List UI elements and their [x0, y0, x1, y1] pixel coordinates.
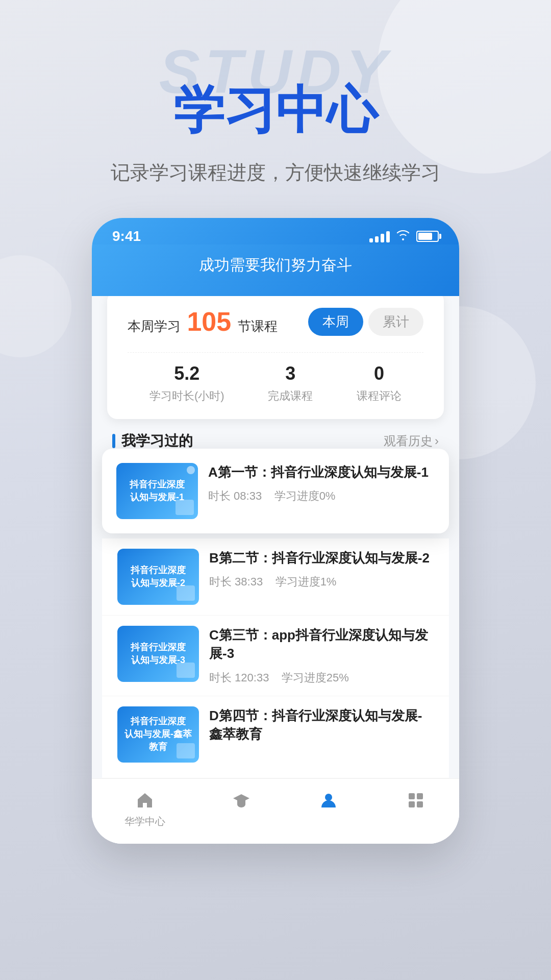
status-icons	[369, 229, 439, 243]
stat-completed-value: 3	[268, 363, 313, 384]
course-meta-2: 时长 38:33 学习进度1%	[209, 574, 434, 590]
course-info-1: A第一节：抖音行业深度认知与发展-1 时长 08:33 学习进度0%	[208, 463, 435, 504]
person-icon	[317, 789, 340, 812]
course-info-2: B第二节：抖音行业深度认知与发展-2 时长 38:33 学习进度1%	[209, 549, 434, 590]
signal-bar-4	[386, 231, 390, 242]
course-progress-1: 学习进度0%	[274, 489, 336, 502]
stat-completed-courses: 3 完成课程	[268, 363, 313, 404]
bg-decoration-circle-3	[0, 255, 71, 357]
stat-course-comments: 0 课程评论	[357, 363, 402, 404]
course-duration-3: 时长 120:33	[209, 671, 269, 684]
course-title-1: A第一节：抖音行业深度认知与发展-1	[208, 463, 435, 481]
course-item-1[interactable]: 抖音行业深度认知与发展-1 A第一节：抖音行业深度认知与发展-1 时长 08:3…	[102, 449, 449, 533]
bottom-nav: 华学中心	[92, 778, 459, 844]
tab-total-button[interactable]: 累计	[368, 308, 423, 336]
weekly-suffix: 节课程	[238, 318, 278, 334]
svg-rect-5	[417, 801, 423, 807]
section-title: 我学习过的	[112, 431, 193, 451]
header-area: STUDY 学习中心 记录学习课程进度，方便快速继续学习	[0, 0, 551, 187]
view-history-link[interactable]: 观看历史 ›	[384, 433, 439, 449]
course-duration-2: 时长 38:33	[209, 575, 263, 588]
course-thumb-2: 抖音行业深度认知与发展-2	[117, 549, 199, 605]
svg-rect-3	[417, 793, 423, 799]
stat-study-hours: 5.2 学习时长(小时)	[149, 363, 224, 404]
stat-comments-label: 课程评论	[357, 388, 402, 404]
course-title-4: D第四节：抖音行业深度认知与发展-鑫萃教育	[209, 706, 434, 744]
svg-rect-4	[409, 801, 415, 807]
stats-numbers: 5.2 学习时长(小时) 3 完成课程 0 课程评论	[128, 352, 423, 404]
nav-home-label: 华学中心	[124, 815, 165, 828]
stat-completed-label: 完成课程	[268, 388, 313, 404]
signal-bar-2	[375, 236, 379, 242]
phone-header: 成功需要我们努力奋斗	[92, 244, 459, 296]
weekly-summary: 本周学习 105 节课程	[128, 306, 278, 337]
nav-grid[interactable]	[405, 789, 427, 828]
course-meta-3: 时长 120:33 学习进度25%	[209, 670, 434, 685]
section-title-text: 我学习过的	[121, 431, 193, 451]
stats-header: 本周学习 105 节课程 本周 累计	[128, 306, 423, 337]
wifi-icon	[396, 229, 410, 243]
course-info-4: D第四节：抖音行业深度认知与发展-鑫萃教育	[209, 706, 434, 751]
status-time: 9:41	[112, 228, 141, 244]
course-item-4[interactable]: 抖音行业深度认知与发展-鑫萃教育 D第四节：抖音行业深度认知与发展-鑫萃教育	[102, 696, 449, 778]
grid-icon	[405, 789, 427, 812]
course-meta-1: 时长 08:33 学习进度0%	[208, 488, 435, 504]
course-thumb-text-3: 抖音行业深度认知与发展-3	[127, 637, 190, 671]
stats-card: 本周学习 105 节课程 本周 累计 5.2 学习时长(小时)	[107, 296, 444, 419]
course-progress-3: 学习进度25%	[282, 671, 349, 684]
phone-header-title: 成功需要我们努力奋斗	[112, 255, 439, 276]
course-progress-2: 学习进度1%	[276, 575, 337, 588]
home-icon	[134, 789, 156, 812]
signal-bar-1	[369, 238, 373, 242]
course-title-2: B第二节：抖音行业深度认知与发展-2	[209, 549, 434, 567]
course-thumb-1: 抖音行业深度认知与发展-1	[116, 463, 198, 519]
course-thumb-text-2: 抖音行业深度认知与发展-2	[127, 560, 190, 594]
course-thumb-text-1: 抖音行业深度认知与发展-1	[126, 474, 189, 508]
svg-point-1	[325, 794, 332, 801]
nav-person[interactable]	[317, 789, 340, 828]
view-history-text: 观看历史	[384, 433, 433, 449]
battery-fill	[418, 233, 432, 240]
status-bar: 9:41	[92, 218, 459, 244]
signal-icon	[369, 230, 390, 242]
course-info-3: C第三节：app抖音行业深度认知与发展-3 时长 120:33 学习进度25%	[209, 626, 434, 685]
course-thumb-text-4: 抖音行业深度认知与发展-鑫萃教育	[117, 711, 199, 758]
phone-mockup-wrapper: 9:41	[92, 218, 459, 844]
phone-body: 本周学习 105 节课程 本周 累计 5.2 学习时长(小时)	[92, 296, 459, 844]
course-duration-1: 时长 08:33	[208, 489, 262, 502]
course-item-2[interactable]: 抖音行业深度认知与发展-2 B第二节：抖音行业深度认知与发展-2 时长 38:3…	[102, 538, 449, 616]
course-title-3: C第三节：app抖音行业深度认知与发展-3	[209, 626, 434, 663]
period-tabs: 本周 累计	[308, 308, 423, 336]
nav-home[interactable]: 华学中心	[124, 789, 165, 828]
nav-graduation[interactable]	[230, 789, 253, 828]
course-list: 抖音行业深度认知与发展-1 A第一节：抖音行业深度认知与发展-1 时长 08:3…	[92, 449, 459, 778]
course-thumb-4: 抖音行业深度认知与发展-鑫萃教育	[117, 706, 199, 763]
main-title: 学习中心	[0, 82, 551, 138]
course-thumb-3: 抖音行业深度认知与发展-3	[117, 626, 199, 682]
chevron-right-icon: ›	[435, 434, 439, 448]
battery-icon	[416, 231, 439, 242]
stat-hours-value: 5.2	[149, 363, 224, 384]
stat-comments-value: 0	[357, 363, 402, 384]
weekly-prefix: 本周学习	[128, 318, 181, 334]
weekly-num: 105	[187, 307, 231, 336]
phone-mockup: 9:41	[92, 218, 459, 844]
subtitle: 记录学习课程进度，方便快速继续学习	[0, 158, 551, 187]
course-item-3[interactable]: 抖音行业深度认知与发展-3 C第三节：app抖音行业深度认知与发展-3 时长 1…	[102, 616, 449, 696]
signal-bar-3	[381, 234, 384, 242]
section-title-bar	[112, 434, 115, 448]
svg-rect-2	[409, 793, 415, 799]
stat-hours-label: 学习时长(小时)	[149, 388, 224, 404]
tab-week-button[interactable]: 本周	[308, 308, 363, 336]
course-thumb-star-1	[187, 466, 195, 474]
graduation-icon	[230, 789, 253, 812]
